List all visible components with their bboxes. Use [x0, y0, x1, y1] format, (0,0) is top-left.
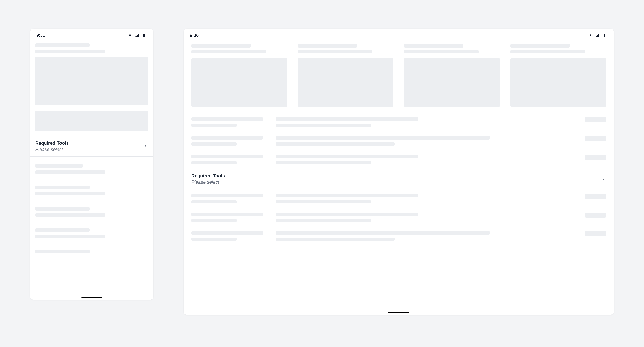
skeleton-row: [30, 224, 154, 242]
required-tools-field[interactable]: Required Tools Please select: [30, 136, 154, 157]
field-placeholder: Please select: [192, 180, 606, 185]
skeleton-card: [298, 44, 394, 107]
field-label: Required Tools: [35, 141, 148, 146]
skeleton-card: [404, 44, 500, 107]
field-label: Required Tools: [192, 173, 606, 179]
status-bar: 9:30: [30, 29, 154, 42]
skeleton-sub-block: [30, 111, 154, 131]
skeleton-list-row: [184, 189, 614, 208]
required-tools-field[interactable]: Required Tools Please select: [184, 169, 614, 189]
battery-icon: [140, 33, 147, 38]
cellular-icon: [134, 33, 140, 38]
tablet-frame: 9:30: [184, 29, 614, 315]
skeleton-list-row: [184, 113, 614, 132]
svg-rect-1: [604, 34, 605, 37]
home-indicator: [81, 297, 102, 298]
skeleton-hero-block: [30, 57, 154, 105]
home-indicator: [388, 312, 409, 313]
cellular-icon: [594, 33, 601, 38]
skeleton-row: [30, 181, 154, 199]
battery-icon: [601, 33, 608, 38]
tablet-content: Required Tools Please select: [184, 42, 614, 315]
skeleton-card-row: [184, 42, 614, 113]
skeleton-list-row: [184, 150, 614, 169]
skeleton-row: [30, 160, 154, 178]
chevron-right-icon: [602, 177, 606, 181]
skeleton-header: [30, 43, 154, 53]
status-icons: [127, 33, 147, 38]
wifi-icon: [127, 33, 133, 38]
field-placeholder: Please select: [35, 147, 148, 152]
skeleton-list-row: [184, 208, 614, 227]
skeleton-card: [192, 44, 287, 107]
skeleton-row: [30, 203, 154, 221]
chevron-right-icon: [144, 144, 148, 149]
status-icons: [587, 33, 608, 38]
status-bar: 9:30: [184, 29, 614, 42]
skeleton-card: [510, 44, 606, 107]
skeleton-list-row: [184, 132, 614, 150]
phone-frame: 9:30 Required Tools Please select: [30, 29, 154, 300]
status-time: 9:30: [36, 33, 45, 38]
phone-content: Required Tools Please select: [30, 42, 154, 300]
skeleton-row: [30, 245, 154, 257]
svg-rect-0: [143, 34, 144, 37]
status-time: 9:30: [190, 33, 198, 38]
skeleton-list-row: [184, 227, 614, 245]
wifi-icon: [587, 33, 594, 38]
